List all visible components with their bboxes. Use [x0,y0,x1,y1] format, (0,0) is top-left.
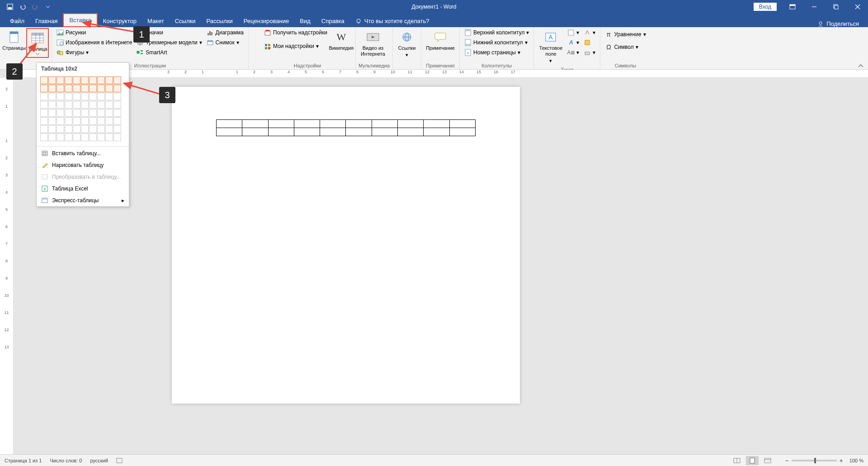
svg-rect-39 [268,47,270,49]
equation-button[interactable]: πУравнение▾ [603,30,647,39]
insert-table-item[interactable]: Вставить таблицу... [37,147,129,159]
zoom-level[interactable]: 100 % [849,458,863,463]
store-icon [264,29,271,36]
comment-button[interactable]: Примечание [424,28,457,53]
tab-home[interactable]: Главная [30,15,63,27]
qat-customize[interactable] [42,1,53,12]
undo-button[interactable] [17,1,28,12]
svg-rect-13 [10,32,18,34]
redo-button[interactable] [30,1,41,12]
close-button[interactable] [847,0,868,14]
document-page[interactable] [172,87,520,404]
document-title: Документ1 - Word [411,4,456,10]
wikipedia-button[interactable]: W Википедия [330,28,353,53]
tab-layout[interactable]: Макет [142,15,170,27]
tab-file[interactable]: Файл [5,15,30,27]
svg-rect-54 [585,40,590,45]
shapes-button[interactable]: Фигуры▾ [55,48,134,57]
media-group-label: Мультимедиа [359,62,390,69]
footer-button[interactable]: Нижний колонтитул▾ [462,38,531,47]
text-btn-4[interactable]: ▾ [582,28,597,37]
draw-table-item[interactable]: Нарисовать таблицу [37,159,129,171]
text-btn-3[interactable]: A≣▾ [566,48,581,57]
excel-table-item[interactable]: XТаблица Excel [37,183,129,195]
svg-rect-3 [790,5,795,6]
text-btn-6[interactable]: ▾ [582,48,597,57]
convert-icon [41,173,48,181]
svg-rect-38 [265,47,267,49]
svg-rect-34 [208,41,213,42]
tab-mailings[interactable]: Рассылки [201,15,238,27]
print-layout-button[interactable] [746,456,759,465]
pagenum-icon: # [464,49,472,56]
web-layout-button[interactable] [761,456,774,465]
svg-rect-30 [208,33,209,35]
header-button[interactable]: Верхний колонтитул▾ [462,28,531,37]
svg-text:X: X [43,187,46,191]
word-count[interactable]: Число слов: 0 [50,458,82,463]
svg-rect-31 [209,31,211,35]
tab-view[interactable]: Вид [294,15,316,27]
macro-icon[interactable] [116,458,123,463]
svg-rect-32 [211,32,212,35]
language-status[interactable]: русский [90,458,108,463]
my-addins-button[interactable]: Мои надстройки▾ [262,42,329,51]
textbox-icon: A [543,30,558,44]
tab-review[interactable]: Рецензирование [238,15,294,27]
text-btn-1[interactable]: ▾ [566,28,581,37]
page-number-button[interactable]: #Номер страницы▾ [462,48,531,57]
save-button[interactable] [5,1,15,12]
quick-table-icon [41,197,48,204]
table-icon [41,150,48,157]
annotation-3: 3 [159,87,175,103]
get-addins-button[interactable]: Получить надстройки [262,28,329,37]
zoom-in-button[interactable]: + [840,457,843,464]
online-picture-icon [57,39,64,46]
screenshot-button[interactable]: Снимок▾ [205,38,245,47]
svg-rect-70 [764,458,771,463]
textbox-button[interactable]: A Текстовое поле ▾ [537,28,565,66]
share-icon [817,21,824,27]
chart-button[interactable]: Диаграмма [205,28,245,37]
inserted-table[interactable] [216,119,476,136]
share-button[interactable]: Поделиться [817,20,868,27]
chevron-right-icon: ▸ [122,197,124,204]
zoom-slider[interactable] [792,460,837,461]
horizontal-ruler[interactable]: 3211234567891011121314151617 [14,70,868,78]
vertical-ruler[interactable]: 2112345678910111213 [0,78,14,454]
collapse-ribbon-button[interactable] [858,64,863,68]
tell-me-search[interactable]: Что вы хотите сделать? [350,15,435,27]
addins-group-label: Надстройки [262,62,353,69]
table-grid-picker[interactable] [37,75,129,145]
tab-help[interactable]: Справка [316,15,350,27]
links-button[interactable]: Ссылки ▾ [396,28,418,60]
pi-icon: π [605,31,612,38]
symbol-button[interactable]: ΩСимвол▾ [603,43,647,52]
text-btn-2[interactable]: A▾ [566,38,581,47]
online-pictures-button[interactable]: Изображения в Интернете [55,38,134,47]
svg-point-22 [58,31,60,33]
read-mode-button[interactable] [731,456,743,465]
maximize-button[interactable] [826,0,846,14]
quick-access-toolbar [0,1,53,12]
svg-rect-20 [32,33,43,35]
tab-references[interactable]: Ссылки [170,15,201,27]
comments-group-label: Примечания [424,62,457,69]
ribbon-display-icon[interactable] [782,0,803,14]
svg-point-11 [819,22,822,24]
svg-text:A: A [549,33,553,41]
page-scroll[interactable] [14,78,868,454]
svg-rect-61 [42,175,47,179]
smartart-button[interactable]: SmartArt [135,48,203,57]
svg-rect-29 [141,53,143,54]
login-button[interactable]: Вход [754,3,777,11]
svg-rect-36 [265,44,267,46]
minimize-button[interactable] [804,0,825,14]
online-video-button[interactable]: Видео из Интернета [359,28,387,59]
text-btn-5[interactable] [582,38,597,47]
svg-rect-6 [835,5,838,9]
page-status[interactable]: Страница 1 из 1 [5,458,42,463]
screenshot-icon [207,39,214,46]
zoom-out-button[interactable]: − [785,457,788,464]
quick-tables-item[interactable]: Экспресс-таблицы▸ [37,195,129,206]
